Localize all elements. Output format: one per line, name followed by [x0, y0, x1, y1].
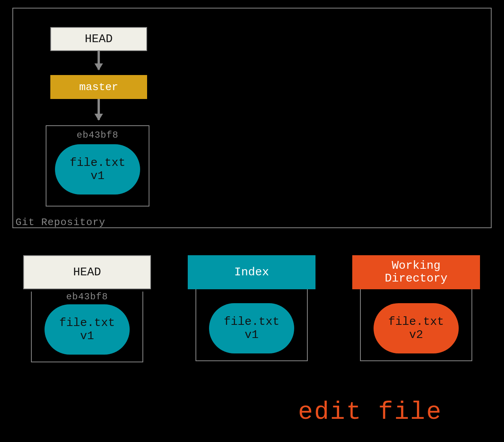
repo-label: Git Repository — [15, 217, 105, 228]
tree-head-blob-file: file.txt — [59, 316, 115, 330]
tree-index-title: Index — [234, 266, 269, 279]
tree-index-blob: file.txt v1 — [209, 303, 294, 353]
commit-blob-version: v1 — [91, 169, 105, 183]
tree-index-blob-file: file.txt — [224, 315, 279, 329]
arrow-master-to-commit — [98, 99, 100, 120]
head-ref-box: HEAD — [50, 27, 147, 51]
tree-working-body: file.txt v2 — [360, 289, 472, 361]
branch-label: master — [79, 81, 118, 93]
three-trees-row: HEAD eb43bf8 file.txt v1 Index file.txt … — [23, 255, 480, 362]
tree-working-column: WorkingDirectory file.txt v2 — [352, 255, 480, 362]
tree-head-blob-version: v1 — [80, 329, 94, 343]
git-repository-box: Git Repository HEAD master eb43bf8 file.… — [12, 8, 492, 228]
tree-head-body: eb43bf8 file.txt v1 — [31, 292, 143, 362]
commit-blob: file.txt v1 — [55, 144, 140, 195]
tree-working-blob-file: file.txt — [388, 315, 444, 329]
tree-working-header: WorkingDirectory — [352, 255, 480, 289]
arrow-head-to-master — [98, 51, 100, 70]
tree-head-column: HEAD eb43bf8 file.txt v1 — [23, 255, 151, 362]
tree-head-blob: file.txt v1 — [45, 304, 130, 355]
tree-index-column: Index file.txt v1 — [188, 255, 315, 362]
tree-head-header: HEAD — [23, 255, 151, 289]
branch-box: master — [50, 75, 147, 99]
head-ref-label: HEAD — [85, 32, 113, 46]
tree-working-blob-version: v2 — [409, 328, 423, 342]
tree-index-body: file.txt v1 — [195, 289, 308, 361]
tree-working-blob: file.txt v2 — [374, 303, 459, 353]
tree-index-header: Index — [188, 255, 315, 289]
commit-blob-file: file.txt — [70, 156, 125, 170]
tree-working-title: WorkingDirectory — [385, 259, 447, 285]
tree-index-blob-version: v1 — [245, 328, 259, 342]
commit-hash: eb43bf8 — [46, 130, 149, 140]
action-label: edit file — [298, 398, 442, 426]
commit-box: eb43bf8 file.txt v1 — [46, 125, 149, 206]
tree-head-hash: eb43bf8 — [32, 292, 142, 302]
tree-head-title: HEAD — [73, 266, 101, 279]
